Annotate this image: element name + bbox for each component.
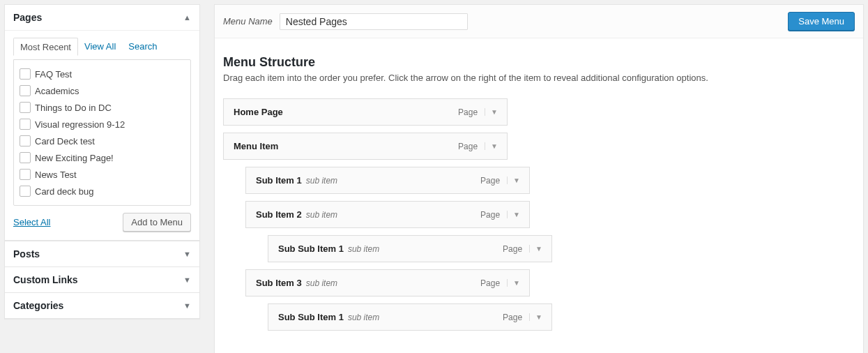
menu-item-right: Page▼: [480, 210, 526, 220]
metabox-title: Custom Links: [13, 274, 78, 285]
menu-name-input[interactable]: [280, 13, 468, 30]
menu-item-right: Page▼: [458, 142, 503, 151]
metabox-pages: Pages ▲ Most Recent View All Search FAQ …: [4, 4, 200, 241]
menu-item-right: Page▼: [480, 176, 526, 186]
menu-item-row[interactable]: Sub Sub Item 1sub itemPage▼: [268, 235, 552, 262]
menu-item-title: Sub Sub Item 1: [278, 312, 344, 322]
page-item[interactable]: Visual regression 9-12: [18, 116, 186, 133]
metabox-header[interactable]: Posts▼: [5, 241, 199, 266]
metabox-custom-links: Custom Links▼: [4, 267, 200, 293]
page-item-checkbox[interactable]: [20, 152, 31, 163]
add-to-menu-button[interactable]: Add to Menu: [123, 213, 191, 232]
menu-item-row[interactable]: Sub Item 1sub itemPage▼: [245, 167, 530, 194]
metabox-body-pages: Most Recent View All Search FAQ TestAcad…: [5, 30, 199, 240]
metabox-header-pages[interactable]: Pages ▲: [5, 5, 199, 30]
menu-item-right: Page▼: [503, 244, 548, 254]
menu-item-row[interactable]: Sub Item 3sub itemPage▼: [245, 269, 530, 296]
page-item[interactable]: New Exciting Page!: [18, 149, 186, 166]
tab-search[interactable]: Search: [122, 38, 163, 56]
menu-item-left: Sub Item 3sub item: [256, 278, 337, 288]
caret-down-icon[interactable]: ▼: [529, 245, 548, 253]
metabox-categories: Categories▼: [4, 293, 200, 319]
menu-item-left: Sub Sub Item 1sub item: [278, 243, 379, 254]
menu-item-sub-label: sub item: [306, 176, 337, 186]
caret-down-icon[interactable]: ▼: [485, 108, 503, 116]
page-item-label: Visual regression 9-12: [35, 119, 125, 130]
menu-item-sub-label: sub item: [306, 278, 337, 288]
menu-item-row[interactable]: Sub Sub Item 1sub itemPage▼: [268, 303, 552, 331]
caret-down-icon: ▼: [183, 301, 191, 310]
page-item-label: Card deck bug: [35, 186, 94, 197]
metabox-header[interactable]: Custom Links▼: [5, 267, 199, 292]
metabox-posts: Posts▼: [4, 241, 200, 267]
menu-item-type: Page: [480, 210, 503, 220]
menu-item-right: Page▼: [458, 107, 503, 117]
menu-item-type: Page: [480, 278, 503, 288]
menu-item-type: Page: [458, 107, 480, 117]
page-item[interactable]: FAQ Test: [18, 66, 186, 82]
menu-item-row[interactable]: Home PagePage▼: [223, 98, 508, 126]
menu-item-title: Sub Item 2: [256, 209, 302, 220]
menu-item-type: Page: [458, 142, 480, 151]
caret-down-icon[interactable]: ▼: [507, 211, 526, 218]
menu-item-sub-label: sub item: [348, 313, 379, 322]
menu-item-right: Page▼: [503, 313, 548, 322]
caret-down-icon: ▼: [183, 276, 191, 284]
metabox-title-pages: Pages: [13, 12, 42, 23]
menu-header: Menu Name Save Menu: [215, 5, 863, 38]
tab-view-all[interactable]: View All: [78, 38, 122, 56]
menu-item-sub-label: sub item: [348, 244, 379, 254]
menu-body: Menu Structure Drag each item into the o…: [215, 38, 863, 353]
page-item-label: Things to Do in DC: [35, 103, 112, 113]
page-item-label: New Exciting Page!: [35, 153, 114, 163]
page-item[interactable]: Card Deck test: [18, 133, 186, 149]
menu-item-title: Sub Item 3: [256, 278, 302, 288]
tab-most-recent[interactable]: Most Recent: [13, 38, 78, 56]
caret-down-icon[interactable]: ▼: [485, 142, 503, 150]
section-title: Menu Structure: [223, 55, 855, 70]
page-item-label: Card Deck test: [35, 136, 95, 147]
menu-item-type: Page: [480, 176, 503, 186]
page-list: FAQ TestAcademicsThings to Do in DCVisua…: [13, 59, 191, 206]
menu-item-left: Sub Item 2sub item: [256, 209, 337, 220]
page-item-checkbox[interactable]: [20, 135, 31, 147]
metabox-header[interactable]: Categories▼: [5, 293, 199, 318]
menu-item-left: Home Page: [234, 107, 283, 117]
caret-down-icon[interactable]: ▼: [529, 313, 548, 321]
metabox-title: Posts: [13, 248, 40, 260]
page-item-label: FAQ Test: [35, 69, 72, 80]
menu-item-type: Page: [503, 313, 525, 322]
page-item-checkbox[interactable]: [20, 186, 31, 197]
menu-item-right: Page▼: [480, 278, 526, 288]
page-item[interactable]: Things to Do in DC: [18, 99, 186, 116]
menu-item-sub-label: sub item: [306, 210, 337, 220]
menu-item-row[interactable]: Menu ItemPage▼: [223, 133, 508, 160]
menu-item-row[interactable]: Sub Item 2sub itemPage▼: [245, 201, 530, 228]
metabox-title: Categories: [13, 300, 63, 311]
sidebar: Pages ▲ Most Recent View All Search FAQ …: [4, 4, 200, 353]
page-item-checkbox[interactable]: [20, 169, 31, 180]
metabox-footer: Select All Add to Menu: [13, 206, 191, 232]
page-item-checkbox[interactable]: [20, 119, 31, 130]
menu-item-title: Home Page: [234, 107, 283, 117]
menu-item-type: Page: [503, 244, 525, 254]
caret-down-icon: ▼: [183, 250, 191, 258]
menu-item-title: Sub Sub Item 1: [278, 243, 344, 254]
menu-item-left: Menu Item: [234, 141, 278, 151]
menu-name-group: Menu Name: [223, 13, 468, 30]
page-item[interactable]: News Test: [18, 166, 186, 183]
page-item-checkbox[interactable]: [20, 85, 31, 96]
menu-items-list: Home PagePage▼Menu ItemPage▼Sub Item 1su…: [223, 98, 855, 331]
menu-name-label: Menu Name: [223, 16, 273, 27]
page-item[interactable]: Card deck bug: [18, 183, 186, 200]
page-item[interactable]: Academics: [18, 82, 186, 99]
caret-down-icon[interactable]: ▼: [507, 279, 526, 287]
select-all-link[interactable]: Select All: [13, 217, 50, 227]
menu-item-left: Sub Sub Item 1sub item: [278, 312, 379, 322]
caret-down-icon[interactable]: ▼: [507, 176, 526, 184]
main-panel: Menu Name Save Menu Menu Structure Drag …: [214, 4, 864, 353]
menu-item-title: Sub Item 1: [256, 175, 302, 186]
save-menu-button[interactable]: Save Menu: [788, 12, 855, 31]
page-item-checkbox[interactable]: [20, 102, 31, 113]
page-item-checkbox[interactable]: [20, 68, 31, 80]
